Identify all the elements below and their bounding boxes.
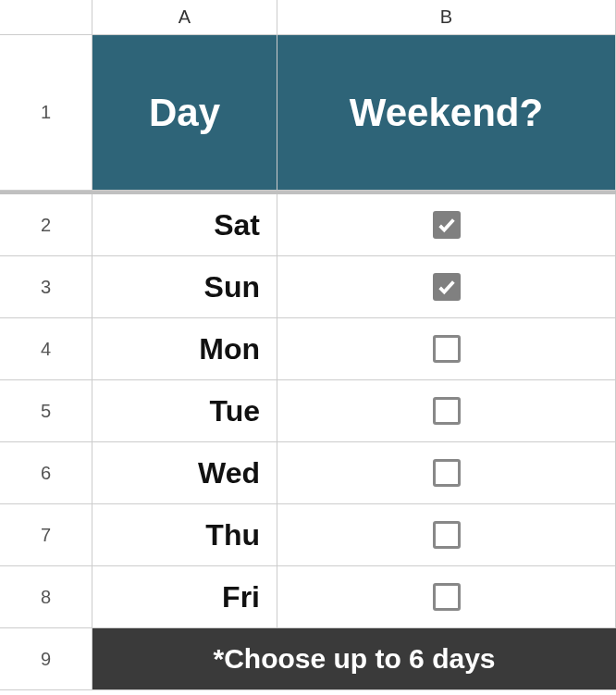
cell-check-tue[interactable] bbox=[277, 380, 616, 442]
footer-note[interactable]: *Choose up to 6 days bbox=[92, 628, 616, 690]
row-header-8[interactable]: 8 bbox=[0, 566, 92, 628]
checkbox-mon[interactable] bbox=[433, 335, 461, 363]
cell-day-tue[interactable]: Tue bbox=[92, 380, 277, 442]
corner-cell[interactable] bbox=[0, 0, 92, 35]
cell-day-mon[interactable]: Mon bbox=[92, 318, 277, 380]
cell-check-sun[interactable] bbox=[277, 256, 616, 318]
row-header-3[interactable]: 3 bbox=[0, 256, 92, 318]
cell-check-fri[interactable] bbox=[277, 566, 616, 628]
check-icon bbox=[437, 215, 457, 235]
checkbox-fri[interactable] bbox=[433, 583, 461, 611]
cell-day-thu[interactable]: Thu bbox=[92, 504, 277, 566]
cell-check-thu[interactable] bbox=[277, 504, 616, 566]
checkbox-wed[interactable] bbox=[433, 459, 461, 487]
checkbox-tue[interactable] bbox=[433, 397, 461, 425]
header-day[interactable]: Day bbox=[92, 35, 277, 191]
row-header-5[interactable]: 5 bbox=[0, 380, 92, 442]
checkbox-thu[interactable] bbox=[433, 521, 461, 549]
cell-day-sun[interactable]: Sun bbox=[92, 256, 277, 318]
cell-day-sat[interactable]: Sat bbox=[92, 194, 277, 256]
cell-check-sat[interactable] bbox=[277, 194, 616, 256]
col-header-a[interactable]: A bbox=[92, 0, 277, 35]
checkbox-sun[interactable] bbox=[433, 273, 461, 301]
row-header-6[interactable]: 6 bbox=[0, 442, 92, 504]
cell-day-wed[interactable]: Wed bbox=[92, 442, 277, 504]
row-header-9[interactable]: 9 bbox=[0, 628, 92, 690]
row-header-4[interactable]: 4 bbox=[0, 318, 92, 380]
row-header-1[interactable]: 1 bbox=[0, 35, 92, 191]
row-header-7[interactable]: 7 bbox=[0, 504, 92, 566]
cell-day-fri[interactable]: Fri bbox=[92, 566, 277, 628]
checkbox-sat[interactable] bbox=[433, 211, 461, 239]
spreadsheet-grid: A B 1 Day Weekend? 2 Sat 3 Sun 4 Mon 5 T… bbox=[0, 0, 616, 690]
cell-check-wed[interactable] bbox=[277, 442, 616, 504]
row-header-2[interactable]: 2 bbox=[0, 194, 92, 256]
check-icon bbox=[437, 277, 457, 297]
cell-check-mon[interactable] bbox=[277, 318, 616, 380]
header-weekend[interactable]: Weekend? bbox=[277, 35, 616, 191]
col-header-b[interactable]: B bbox=[277, 0, 616, 35]
